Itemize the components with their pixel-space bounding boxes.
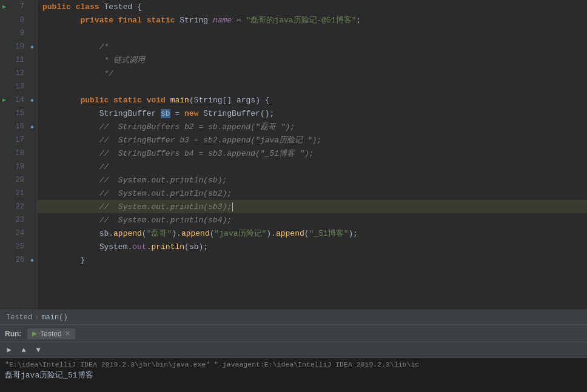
breadcrumb-separator: › [35,313,39,322]
breadcrumb-method[interactable]: main() [41,313,67,322]
gutter-row-22: 22 [0,200,37,213]
breadcrumb-bar: Tested › main() [0,310,587,324]
gutter-row-21: 21 [0,187,37,200]
line-number-25: 25 [8,242,28,251]
line-number-23: 23 [8,216,28,224]
code-line-7: public class Tested { [38,0,587,13]
run-indicator-7[interactable]: ▶ [0,3,8,10]
code-line-23: // System.out.println(sb4); [38,213,587,227]
code-line-12: */ [38,67,587,80]
bookmark-26[interactable]: ◆ [28,257,36,264]
gutter-row-26: 26 ◆ [0,253,37,267]
gutter-row-18: 18 [0,147,37,160]
code-line-17: // StringBuffer b3 = sb2.append("java历险记… [38,133,587,147]
code-line-11: * 链式调用 [38,53,587,67]
gutter-row-8: 8 [0,13,37,27]
gutter-row-25: 25 [0,240,37,253]
run-output-cmd: "E:\idea\IntelliJ IDEA 2019.2.3\jbr\bin\… [5,360,582,368]
gutter-row-14: ▶ 14 ◆ [0,93,37,107]
run-play-button[interactable]: ▶ [2,344,16,356]
gutter-row-24: 24 [0,227,37,240]
code-line-20: // System.out.println(sb); [38,173,587,187]
code-line-18: // StringBuffers b4 = sb3.append("_51博客 … [38,147,587,160]
gutter-row-12: 12 [0,67,37,80]
line-number-17: 17 [8,136,28,144]
run-label: Run: [5,330,21,338]
bookmark-16[interactable]: ◆ [28,124,36,130]
line-number-19: 19 [8,162,28,171]
gutter-row-19: 19 [0,160,37,173]
code-editor[interactable]: public class Tested { private final stat… [38,0,587,310]
gutter-row-13: 13 [0,80,37,93]
gutter-row-7: ▶ 7 [0,0,37,13]
code-line-15: StringBuffer sb = new StringBuffer(); [38,107,587,120]
line-number-11: 11 [8,56,28,64]
code-line-26: } [38,253,587,267]
code-line-10: /* [38,40,587,53]
line-number-26: 26 [8,256,28,264]
line-number-20: 20 [8,176,28,184]
code-line-14: public static void main(String[] args) { [38,93,587,107]
line-number-13: 13 [8,82,28,91]
code-line-19: // [38,160,587,173]
run-down-button[interactable]: ▼ [32,344,45,356]
line-gutter: ▶ 7 8 9 10 ◆ [0,0,38,310]
code-line-25: System.out.println(sb); [38,240,587,253]
line-number-22: 22 [8,202,28,211]
gutter-row-15: 15 [0,107,37,120]
run-output-result: 磊哥java历险记_51博客 [5,370,582,380]
run-toolbar: ▶ ▲ ▼ [0,342,587,358]
run-up-button[interactable]: ▲ [17,344,30,356]
line-number-7: 7 [8,2,28,11]
run-tab-name: Tested [40,330,61,338]
code-line-13 [38,80,587,93]
line-number-24: 24 [8,229,28,238]
bookmark-10[interactable]: ◆ [28,44,36,50]
breadcrumb-class[interactable]: Tested [6,313,32,322]
run-panel: Run: ▶ Tested ✕ ▶ ▲ ▼ "E:\idea\IntelliJ … [0,324,587,392]
line-number-15: 15 [8,109,28,118]
line-number-18: 18 [8,149,28,158]
code-line-24: sb.append("磊哥").append("java历险记").append… [38,227,587,240]
line-number-9: 9 [8,29,28,38]
line-number-8: 8 [8,16,28,24]
line-number-10: 10 [8,42,28,51]
gutter-row-16: 16 ◆ [0,120,37,133]
editor-area: ▶ 7 8 9 10 ◆ [0,0,587,324]
line-number-16: 16 [8,122,28,131]
run-tab-close-icon[interactable]: ✕ [65,330,70,337]
line-number-14: 14 [8,96,28,104]
code-line-22: // System.out.println(sb3); [38,200,587,213]
code-line-16: // StringBuffers b2 = sb.append("磊哥 "); [38,120,587,133]
code-line-8: private final static String name = "磊哥的j… [38,13,587,27]
code-container: ▶ 7 8 9 10 ◆ [0,0,587,310]
gutter-row-23: 23 [0,213,37,227]
run-tab-bar: Run: ▶ Tested ✕ [0,325,587,342]
line-number-12: 12 [8,69,28,78]
gutter-row-11: 11 [0,53,37,67]
run-tab[interactable]: ▶ Tested ✕ [27,328,75,339]
run-output-area: "E:\idea\IntelliJ IDEA 2019.2.3\jbr\bin\… [0,358,587,392]
gutter-row-20: 20 [0,173,37,187]
bookmark-14[interactable]: ◆ [28,97,36,104]
code-line-21: // System.out.println(sb2); [38,187,587,200]
run-tab-icon: ▶ [32,330,37,337]
gutter-row-10: 10 ◆ [0,40,37,53]
run-indicator-14[interactable]: ▶ [0,96,8,104]
code-line-9 [38,27,587,40]
gutter-row-9: 9 [0,27,37,40]
gutter-row-17: 17 [0,133,37,147]
line-number-21: 21 [8,189,28,198]
